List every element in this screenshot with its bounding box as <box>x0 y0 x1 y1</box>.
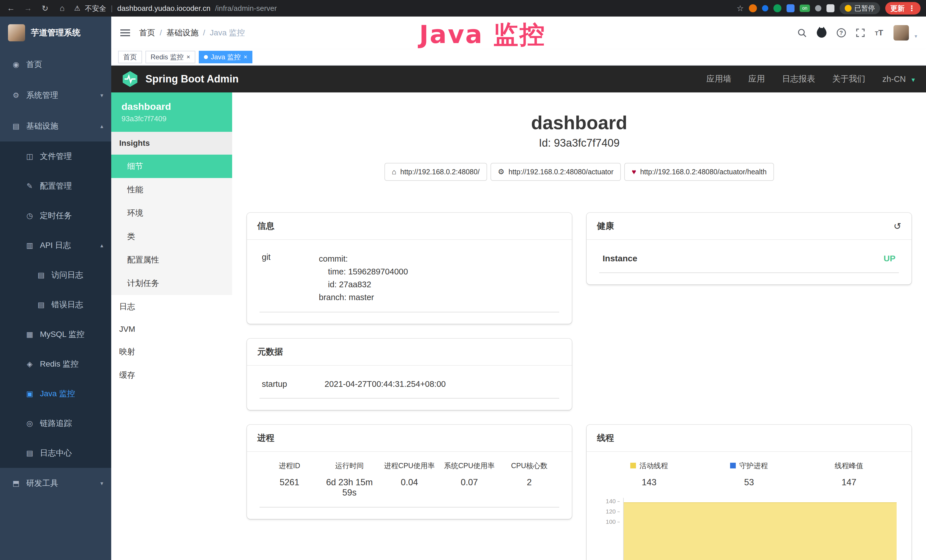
paused-badge[interactable]: 已暂停 <box>840 2 880 14</box>
reload-icon[interactable]: ↻ <box>40 4 50 13</box>
bookmark-star-icon[interactable]: ☆ <box>737 4 744 13</box>
collapse-sidebar-icon[interactable] <box>120 29 130 36</box>
metadata-card: 元数据 startup 2021-04-27T00:44:31.254+08:0… <box>247 339 572 410</box>
sidebar-item-home[interactable]: ◉ 首页 <box>0 49 111 80</box>
info-row: git commit: time: 1596289704000 id: 27aa… <box>260 249 559 312</box>
legend-value: 147 <box>799 477 899 487</box>
forward-icon[interactable]: → <box>23 4 33 13</box>
sba-item-details[interactable]: 细节 <box>111 154 232 178</box>
tab-java-monitor[interactable]: Java 监控 × <box>199 51 253 64</box>
logo-avatar <box>8 24 25 41</box>
sba-item-config-props[interactable]: 配置属性 <box>111 248 232 272</box>
sba-item-metrics[interactable]: 性能 <box>111 178 232 201</box>
language-label: zh-CN <box>882 74 906 83</box>
sidebar-item-label: 首页 <box>26 59 42 70</box>
card-title: 健康 <box>597 220 614 232</box>
extension-icon-2[interactable] <box>762 5 768 11</box>
home-icon[interactable]: ⌂ <box>57 4 67 13</box>
sba-item-mappings[interactable]: 映射 <box>111 340 232 363</box>
trace-icon: ◎ <box>25 419 34 428</box>
history-icon[interactable]: ↺ <box>893 221 901 232</box>
sidebar-item-label: 文件管理 <box>40 151 72 162</box>
sba-brand[interactable]: Spring Boot Admin <box>145 73 239 85</box>
search-icon[interactable] <box>797 28 806 37</box>
chevron-down-icon[interactable]: ▾ <box>915 33 917 41</box>
extension-puzzle-icon[interactable] <box>826 4 834 12</box>
y-tick: 100 <box>606 518 620 525</box>
column-header: CPU核心数 <box>499 461 559 471</box>
sidebar-item-label: API 日志 <box>40 240 71 251</box>
sidebar-item-infrastructure[interactable]: ▤ 基础设施 ▴ <box>0 111 111 141</box>
sidebar-item-trace[interactable]: ◎ 链路追踪 <box>0 409 111 438</box>
sba-nav-applications[interactable]: 应用 <box>748 73 765 85</box>
threads-chart: 140 120 100 <box>599 498 899 560</box>
instance-header[interactable]: dashboard 93a3fc7f7409 <box>111 92 232 132</box>
sidebar-item-java-monitor[interactable]: ▣ Java 监控 <box>0 379 111 409</box>
health-url-button[interactable]: ♥ http://192.168.0.2:48080/actuator/heal… <box>624 163 774 181</box>
sidebar-item-file-management[interactable]: ◫ 文件管理 <box>0 141 111 171</box>
sidebar-item-label: Redis 监控 <box>40 359 79 369</box>
sba-sidebar: dashboard 93a3fc7f7409 Insights 细节 性能 环境… <box>111 92 232 560</box>
paused-label: 已暂停 <box>855 4 875 13</box>
sba-item-caches[interactable]: 缓存 <box>111 363 232 387</box>
github-icon[interactable] <box>817 28 826 38</box>
actuator-url-button[interactable]: ⚙ http://192.168.0.2:48080/actuator <box>490 163 621 181</box>
update-button[interactable]: 更新 ⋮ <box>885 2 921 15</box>
sidebar-item-label: 配置管理 <box>40 180 72 191</box>
close-icon[interactable]: × <box>244 53 247 61</box>
sidebar-item-scheduled-tasks[interactable]: ◷ 定时任务 <box>0 201 111 230</box>
sba-item-classes[interactable]: 类 <box>111 225 232 248</box>
url-path[interactable]: /infra/admin-server <box>215 4 277 13</box>
chevron-down-icon: ▼ <box>910 77 916 83</box>
sidebar-item-api-logs[interactable]: ▥ API 日志 ▴ <box>0 230 111 260</box>
extension-icon-1[interactable] <box>749 4 757 12</box>
sba-item-environment[interactable]: 环境 <box>111 201 232 225</box>
threads-card: 线程 活动线程 143 <box>587 425 911 560</box>
address-bar[interactable]: ⚠ 不安全 | dashboard.yudao.iocoder.cn/infra… <box>74 4 730 13</box>
extension-icon-4[interactable] <box>787 4 794 12</box>
font-size-icon[interactable]: TT <box>875 28 883 37</box>
sba-nav-about[interactable]: 关于我们 <box>832 73 865 85</box>
extension-icon-3[interactable] <box>773 4 781 12</box>
service-url-button[interactable]: ⌂ http://192.168.0.2:48080/ <box>384 163 487 181</box>
close-icon[interactable]: × <box>186 53 190 61</box>
sidebar-item-error-logs[interactable]: ▤ 错误日志 <box>0 290 111 319</box>
extension-on-icon[interactable]: on <box>800 5 810 12</box>
status-badge: UP <box>884 254 896 263</box>
error-log-icon: ▤ <box>36 300 45 309</box>
column-header: 运行时间 <box>319 461 379 471</box>
breadcrumb: 首页 / 基础设施 / Java 监控 <box>139 27 245 38</box>
tab-home[interactable]: 首页 <box>118 51 142 64</box>
sidebar-item-label: 定时任务 <box>40 210 72 221</box>
insights-section-label: Insights <box>111 132 232 154</box>
sidebar-item-system[interactable]: ⚙ 系统管理 ▾ <box>0 80 111 111</box>
breadcrumb-infrastructure[interactable]: 基础设施 <box>166 27 198 38</box>
help-icon[interactable]: ? <box>837 28 846 37</box>
sba-item-logs[interactable]: 日志 <box>111 295 232 318</box>
breadcrumb-home[interactable]: 首页 <box>139 27 155 38</box>
sidebar-item-log-center[interactable]: ▤ 日志中心 <box>0 438 111 468</box>
sidebar-item-config-management[interactable]: ✎ 配置管理 <box>0 171 111 201</box>
avatar[interactable] <box>893 25 909 41</box>
sba-nav-wallboard[interactable]: 应用墙 <box>707 73 731 85</box>
process-card: 进程 进程ID 运行时间 进程CPU使用率 系统CPU使用率 CPU核心数 52… <box>247 425 572 519</box>
update-label: 更新 <box>890 4 905 13</box>
back-icon[interactable]: ← <box>6 4 16 13</box>
tab-redis-monitor[interactable]: Redis 监控 × <box>145 51 195 64</box>
sidebar-item-dev-tools[interactable]: ⬒ 研发工具 ▾ <box>0 468 111 499</box>
url-host[interactable]: dashboard.yudao.iocoder.cn <box>117 4 210 13</box>
sidebar-item-redis-monitor[interactable]: ◈ Redis 监控 <box>0 349 111 379</box>
sidebar-item-mysql-monitor[interactable]: ▦ MySQL 监控 <box>0 319 111 349</box>
extension-icon-5[interactable] <box>815 5 822 11</box>
sidebar-item-label: 基础设施 <box>26 121 58 132</box>
tab-label: 首页 <box>123 53 137 62</box>
menu-kebab-icon[interactable]: ⋮ <box>908 4 915 13</box>
sba-nav-language[interactable]: zh-CN ▼ <box>882 74 916 84</box>
sba-item-scheduled-tasks[interactable]: 计划任务 <box>111 272 232 295</box>
security-warning-icon[interactable]: ⚠ <box>74 4 80 12</box>
sba-nav-journal[interactable]: 日志报表 <box>782 73 815 85</box>
sba-item-jvm[interactable]: JVM <box>111 318 232 340</box>
fullscreen-icon[interactable] <box>856 29 865 37</box>
instance-id: 93a3fc7f7409 <box>121 114 222 123</box>
sidebar-item-access-logs[interactable]: ▤ 访问日志 <box>0 260 111 290</box>
